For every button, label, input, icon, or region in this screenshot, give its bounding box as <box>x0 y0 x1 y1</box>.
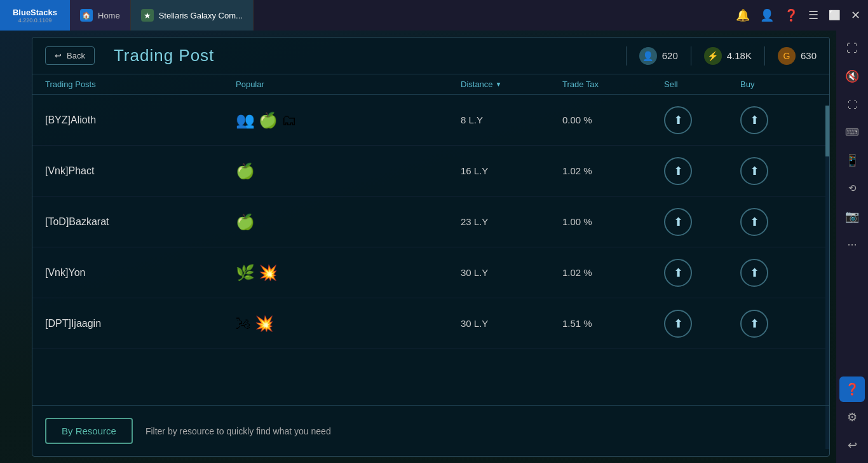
buy-icon: ⬆ <box>750 215 759 229</box>
station-name: [BYZ]Alioth <box>45 114 236 126</box>
buy-button[interactable]: ⬆ <box>740 106 768 134</box>
by-resource-button[interactable]: By Resource <box>45 418 133 444</box>
energy-icon: ⚡ <box>704 47 722 65</box>
sell-button[interactable]: ⬆ <box>664 310 692 338</box>
popular-icon: 🗂 <box>281 111 297 129</box>
header-stats: 👤 620 ⚡ 4.18K G 630 <box>626 46 817 66</box>
sell-button[interactable]: ⬆ <box>664 208 692 236</box>
col-distance[interactable]: Distance ▼ <box>461 79 562 89</box>
sell-icon: ⬆ <box>674 113 683 127</box>
menu-icon[interactable]: ☰ <box>808 8 818 22</box>
distance-value: 30 L.Y <box>461 318 562 329</box>
back-sidebar-icon[interactable]: ↩ <box>839 432 865 458</box>
distance-value: 8 L.Y <box>461 114 562 125</box>
table-row[interactable]: [BYZ]Alioth 👥🍏🗂 8 L.Y 0.00 % ⬆ ⬆ <box>32 95 829 146</box>
popular-icons: 🌿💥 <box>236 264 461 282</box>
buy-button[interactable]: ⬆ <box>740 310 768 338</box>
col-buy: Buy <box>740 79 817 89</box>
sell-button[interactable]: ⬆ <box>664 259 692 287</box>
stellaris-tab-label: Stellaris Galaxy Com... <box>159 11 243 20</box>
buy-button[interactable]: ⬆ <box>740 157 768 185</box>
popular-icon: 🍏 <box>236 162 255 180</box>
help-sidebar-icon[interactable]: ❓ <box>839 377 865 402</box>
fullscreen-icon[interactable]: ⛶ <box>839 92 865 117</box>
station-name: [DPT]Ijaagin <box>45 318 236 329</box>
popular-icon: 👥 <box>236 111 255 129</box>
trade-tax-value: 0.00 % <box>562 114 664 125</box>
popular-icons: 🌬💥 <box>236 315 461 333</box>
bottom-bar: By Resource Filter by resource to quickl… <box>32 405 829 456</box>
col-popular-label: Popular <box>236 79 264 89</box>
popular-icons: 🍏 <box>236 213 461 231</box>
sell-button[interactable]: ⬆ <box>664 106 692 134</box>
gold-stat: G 630 <box>778 47 817 65</box>
gold-icon: G <box>778 47 796 65</box>
stellaris-tab[interactable]: ★ Stellaris Galaxy Com... <box>131 0 254 31</box>
col-trade-tax-label: Trade Tax <box>562 79 599 89</box>
help-icon[interactable]: ❓ <box>784 8 798 22</box>
buy-icon: ⬆ <box>750 266 759 280</box>
back-button[interactable]: ↩ Back <box>45 46 95 65</box>
screenshot-icon[interactable]: 📷 <box>839 204 865 229</box>
stat-sep-3 <box>764 46 765 66</box>
popular-icons: 👥🍏🗂 <box>236 111 461 129</box>
volume-icon[interactable]: 🔇 <box>839 64 865 89</box>
settings-sidebar-icon[interactable]: ⚙ <box>839 404 865 430</box>
station-name: [Vnk]Yon <box>45 267 236 279</box>
stat-sep-1 <box>626 46 627 66</box>
station-name: [Vnk]Phact <box>45 165 236 177</box>
popular-icon: 💥 <box>255 315 274 333</box>
table-row[interactable]: [Vnk]Phact 🍏 16 L.Y 1.02 % ⬆ ⬆ <box>32 146 829 197</box>
account-icon[interactable]: 👤 <box>760 8 774 22</box>
sell-icon: ⬆ <box>674 215 683 229</box>
popular-icon: 🌬 <box>236 315 251 333</box>
stellaris-tab-icon: ★ <box>141 9 154 22</box>
bs-right-sidebar: ⛶ 🔇 ⛶ ⌨ 📱 ⟲ 📷 ··· ❓ ⚙ ↩ <box>836 31 868 463</box>
restore-icon[interactable]: ⬜ <box>829 10 841 21</box>
station-name: [ToD]Bazkarat <box>45 216 236 228</box>
trade-tax-value: 1.00 % <box>562 216 664 227</box>
keyboard-icon[interactable]: ⌨ <box>839 120 865 145</box>
more-icon[interactable]: ··· <box>839 232 865 257</box>
table-body: [BYZ]Alioth 👥🍏🗂 8 L.Y 0.00 % ⬆ ⬆ [Vnk]Ph… <box>32 95 829 396</box>
home-tab-label: Home <box>98 11 120 20</box>
buy-button[interactable]: ⬆ <box>740 208 768 236</box>
energy-stat: ⚡ 4.18K <box>704 47 752 65</box>
bs-top-right-icons: 🔔 👤 ❓ ☰ ⬜ ✕ <box>736 8 868 22</box>
table-row[interactable]: [Vnk]Yon 🌿💥 30 L.Y 1.02 % ⬆ ⬆ <box>32 247 829 298</box>
expand-icon[interactable]: ⛶ <box>839 36 865 61</box>
phone-icon[interactable]: 📱 <box>839 148 865 173</box>
popular-icon: 🌿 <box>236 264 255 282</box>
sell-icon: ⬆ <box>674 164 683 178</box>
col-trading-posts-label: Trading Posts <box>45 79 96 89</box>
table-row[interactable]: [DPT]Ijaagin 🌬💥 30 L.Y 1.51 % ⬆ ⬆ <box>32 298 829 349</box>
rotate-icon[interactable]: ⟲ <box>839 176 865 201</box>
bluestacks-logo: BlueStacks 4.220.0.1109 <box>0 0 70 31</box>
distance-value: 16 L.Y <box>461 165 562 176</box>
home-tab[interactable]: 🏠 Home <box>70 0 131 31</box>
close-icon[interactable]: ✕ <box>851 8 860 22</box>
sell-button[interactable]: ⬆ <box>664 157 692 185</box>
col-trade-tax: Trade Tax <box>562 79 664 89</box>
col-trading-posts: Trading Posts <box>45 79 236 89</box>
buy-button[interactable]: ⬆ <box>740 259 768 287</box>
bluestacks-topbar: BlueStacks 4.220.0.1109 🏠 Home ★ Stellar… <box>0 0 868 31</box>
people-value: 620 <box>662 50 678 61</box>
energy-value: 4.18K <box>727 50 752 61</box>
bs-logo-name: BlueStacks <box>13 8 57 17</box>
table-row[interactable]: [ToD]Bazkarat 🍏 23 L.Y 1.00 % ⬆ ⬆ <box>32 197 829 247</box>
buy-icon: ⬆ <box>750 317 759 331</box>
trade-tax-value: 1.02 % <box>562 267 664 278</box>
trading-panel: ↩ Back Trading Post 👤 620 ⚡ 4.18K G 630 <box>32 37 830 457</box>
notification-icon[interactable]: 🔔 <box>736 8 750 22</box>
page-title: Trading Post <box>114 46 626 66</box>
home-tab-icon: 🏠 <box>80 9 93 22</box>
col-buy-label: Buy <box>740 79 754 89</box>
gold-value: 630 <box>801 50 817 61</box>
popular-icon: 💥 <box>259 264 278 282</box>
stat-sep-2 <box>691 46 691 66</box>
by-resource-hint: Filter by resource to quickly find what … <box>146 426 331 436</box>
sell-icon: ⬆ <box>674 266 683 280</box>
popular-icon: 🍏 <box>236 213 255 231</box>
scroll-thumb[interactable] <box>825 106 829 156</box>
